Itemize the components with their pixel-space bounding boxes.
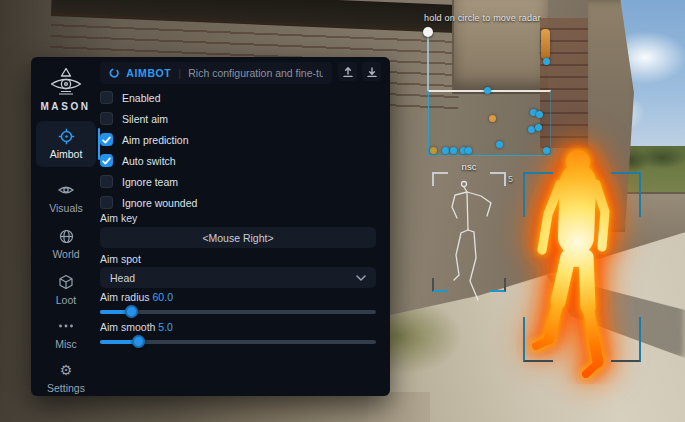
eye-icon	[58, 182, 74, 198]
aim-smooth-slider[interactable]	[100, 335, 376, 348]
header-divider: |	[178, 67, 181, 79]
slider-track[interactable]	[100, 310, 376, 314]
sidebar-item-aimbot[interactable]: Aimbot	[36, 121, 96, 167]
checkbox-label: Ignore wounded	[122, 197, 197, 209]
checkbox-label: Silent aim	[122, 113, 168, 125]
aim-key-label: Aim key	[100, 212, 376, 224]
player-box-corner-bottom-left	[523, 317, 553, 362]
radar-dot-blue	[543, 147, 550, 154]
radar-dot-orange	[489, 115, 496, 122]
checkbox-auto-switch[interactable]	[100, 154, 113, 167]
brand-logo: MASON	[31, 67, 100, 112]
brand-name: MASON	[40, 101, 90, 112]
export-config-button[interactable]	[338, 62, 357, 81]
cheat-menu-panel: MASON Aimbot Visuals	[31, 57, 390, 396]
skeleton-player-name: nsc	[432, 161, 506, 172]
row-enabled[interactable]: Enabled	[100, 91, 376, 104]
orange-post-marker	[541, 29, 550, 59]
radar-dot-blue	[450, 147, 457, 154]
sidebar-item-label: Loot	[56, 294, 76, 306]
sidebar-item-misc[interactable]: Misc	[36, 313, 96, 355]
section-header: AIMBOT | Rich configuration and fine-tun…	[100, 62, 332, 84]
aim-smooth-label: Aim smooth 5.0	[100, 321, 376, 333]
player-box-corner-bottom-right	[611, 317, 641, 362]
radar-panel[interactable]	[428, 90, 551, 156]
crate-icon	[58, 274, 74, 290]
radar-tooltip: hold on circle to move radar	[424, 13, 541, 23]
player-box-corner-top-left	[523, 172, 553, 217]
skeleton-distance: 5	[508, 174, 513, 184]
radar-dot-blue	[496, 141, 503, 148]
aim-radius-slider[interactable]	[100, 305, 376, 318]
checkbox-silent-aim[interactable]	[100, 112, 113, 125]
radar-handle-line	[427, 37, 429, 91]
ring-icon	[109, 67, 119, 79]
slider-handle[interactable]	[132, 335, 145, 348]
radar-dot-blue	[535, 124, 542, 131]
checkbox-enabled[interactable]	[100, 91, 113, 104]
checkbox-ignore-team[interactable]	[100, 175, 113, 188]
aim-spot-value: Head	[110, 272, 135, 284]
checkbox-label: Enabled	[122, 92, 161, 104]
radar-dot-blue	[536, 111, 543, 118]
crosshair-icon	[58, 128, 75, 144]
aim-spot-label: Aim spot	[100, 253, 376, 265]
section-title: AIMBOT	[126, 67, 171, 79]
sidebar-item-loot[interactable]: Loot	[36, 269, 96, 311]
download-icon	[366, 66, 378, 78]
radar-dot-blue	[465, 147, 472, 154]
check-icon	[102, 157, 111, 165]
row-ignore-wounded[interactable]: Ignore wounded	[100, 196, 376, 209]
sidebar-item-visuals[interactable]: Visuals	[36, 177, 96, 219]
check-icon	[102, 136, 111, 144]
sidebar-item-settings[interactable]: ⚙ Settings	[36, 357, 96, 399]
radar-dot-blue	[442, 147, 449, 154]
slider-value: 5.0	[158, 321, 173, 333]
content-area: AIMBOT | Rich configuration and fine-tun…	[100, 57, 390, 396]
masonic-eye-icon	[48, 67, 84, 97]
player-box-corner-top-right	[611, 172, 641, 217]
sidebar: MASON Aimbot Visuals	[31, 57, 100, 396]
checkbox-ignore-wounded[interactable]	[100, 196, 113, 209]
row-ignore-team[interactable]: Ignore team	[100, 175, 376, 188]
skeleton-wireframe	[432, 176, 506, 306]
row-aim-prediction[interactable]: Aim prediction	[100, 133, 376, 146]
sidebar-item-label: Visuals	[49, 202, 83, 214]
game-screen: nsc 5 hold on circle to move radar	[0, 0, 685, 422]
gear-icon: ⚙	[60, 362, 73, 378]
globe-icon	[59, 228, 74, 244]
checkbox-label: Aim prediction	[122, 134, 189, 146]
aim-key-bind-button[interactable]: <Mouse Right>	[100, 227, 376, 248]
checkbox-list: Enabled Silent aim Aim prediction Auto s…	[100, 91, 376, 217]
radar-dot-blue	[484, 87, 491, 94]
sidebar-item-label: World	[52, 248, 79, 260]
sidebar-item-world[interactable]: World	[36, 223, 96, 265]
section-subtitle: Rich configuration and fine-tuning	[188, 67, 323, 79]
row-silent-aim[interactable]: Silent aim	[100, 112, 376, 125]
checkbox-label: Ignore team	[122, 176, 178, 188]
slider-label: Aim radius	[100, 291, 150, 303]
slider-value: 60.0	[153, 291, 173, 303]
ellipsis-icon	[58, 318, 74, 334]
chevron-down-icon	[356, 275, 366, 281]
import-config-button[interactable]	[362, 62, 381, 81]
sidebar-item-label: Aimbot	[50, 148, 83, 160]
checkbox-aim-prediction[interactable]	[100, 133, 113, 146]
radar-dot-blue	[543, 58, 550, 65]
radar-dot-blue	[528, 126, 535, 133]
slider-handle[interactable]	[125, 305, 138, 318]
upload-icon	[342, 66, 354, 78]
aim-spot-select[interactable]: Head	[100, 267, 376, 288]
row-auto-switch[interactable]: Auto switch	[100, 154, 376, 167]
sidebar-item-label: Settings	[47, 382, 85, 394]
checkbox-label: Auto switch	[122, 155, 176, 167]
slider-label: Aim smooth	[100, 321, 155, 333]
aim-radius-label: Aim radius 60.0	[100, 291, 376, 303]
sidebar-item-label: Misc	[55, 338, 77, 350]
radar-drag-handle[interactable]	[423, 27, 433, 37]
radar-dot-yellow	[430, 147, 437, 154]
